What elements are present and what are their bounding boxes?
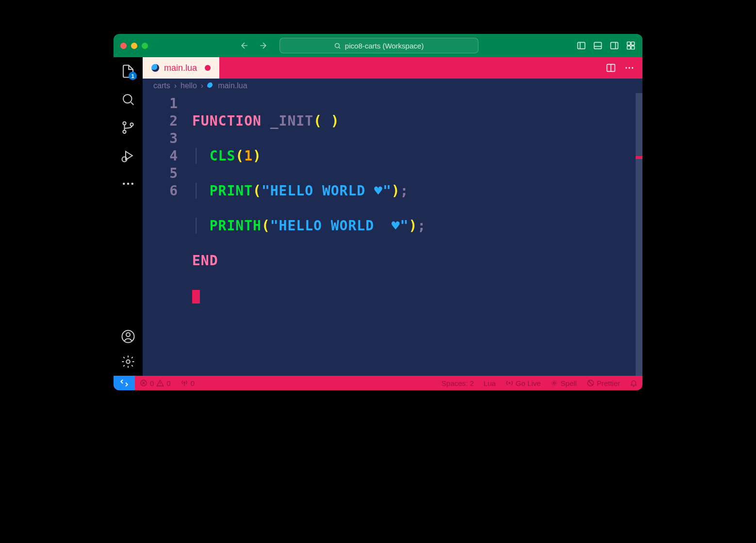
svg-point-17 xyxy=(126,333,130,336)
line-number: 3 xyxy=(143,130,186,147)
problems-status[interactable]: 0 0 xyxy=(135,379,176,387)
token-semicolon: ; xyxy=(417,218,426,234)
minimize-window-button[interactable] xyxy=(131,43,137,49)
token-paren: ) xyxy=(253,148,262,164)
explorer-tab[interactable]: 1 xyxy=(121,64,135,79)
ellipsis-icon xyxy=(121,176,135,191)
settings-tab[interactable] xyxy=(121,354,135,369)
panel-bottom-icon[interactable] xyxy=(593,41,603,50)
status-right: Spaces: 2 Lua Go Live Spell Prettier xyxy=(437,379,642,387)
titlebar: pico8-carts (Workspace) xyxy=(114,34,642,57)
svg-point-13 xyxy=(123,183,125,185)
branch-icon xyxy=(121,120,135,135)
close-window-button[interactable] xyxy=(120,43,127,49)
token-paren: ( xyxy=(262,218,270,234)
svg-point-20 xyxy=(625,67,627,68)
command-center-text: pico8-carts (Workspace) xyxy=(345,42,424,50)
svg-rect-7 xyxy=(631,46,635,49)
broadcast-icon xyxy=(506,379,513,387)
split-editor-icon[interactable] xyxy=(606,63,616,73)
vscode-window: pico8-carts (Workspace) 1 xyxy=(114,34,642,390)
minimap[interactable] xyxy=(636,93,642,376)
token-identifier: _INIT xyxy=(270,113,313,129)
gear-icon xyxy=(121,354,135,369)
dirty-indicator-icon xyxy=(205,65,211,71)
code-editor[interactable]: 1 2 3 4 5 6 FUNCTION _INIT( ) │ CLS(1) │… xyxy=(143,93,642,376)
svg-point-9 xyxy=(123,122,126,125)
svg-rect-1 xyxy=(578,42,585,48)
svg-point-15 xyxy=(131,183,134,185)
explorer-badge: 1 xyxy=(129,72,137,80)
svg-point-22 xyxy=(632,67,633,68)
indent-status[interactable]: Spaces: 2 xyxy=(437,379,479,387)
svg-point-26 xyxy=(553,382,555,384)
svg-rect-5 xyxy=(631,42,635,46)
breadcrumb-part[interactable]: carts xyxy=(153,81,170,90)
panel-right-icon[interactable] xyxy=(609,41,619,50)
search-icon xyxy=(334,42,341,49)
bug-play-icon xyxy=(121,148,135,163)
chevron-right-icon: › xyxy=(201,81,203,90)
command-center[interactable]: pico8-carts (Workspace) xyxy=(279,38,478,53)
radio-tower-icon xyxy=(181,379,188,387)
token-string: "HELLO WORLD ♥" xyxy=(262,183,392,199)
golive-status[interactable]: Go Live xyxy=(501,379,546,387)
notifications-status[interactable] xyxy=(625,379,642,387)
maximize-window-button[interactable] xyxy=(142,43,148,49)
search-tab[interactable] xyxy=(121,92,135,107)
warning-icon xyxy=(156,379,164,387)
prettier-status[interactable]: Prettier xyxy=(582,379,625,387)
tab-actions xyxy=(598,57,642,79)
breadcrumb-part[interactable]: main.lua xyxy=(218,81,247,90)
svg-point-25 xyxy=(509,383,510,384)
token-paren: ( xyxy=(235,148,244,164)
ports-status[interactable]: 0 xyxy=(176,379,199,387)
code-content[interactable]: FUNCTION _INIT( ) │ CLS(1) │ PRINT("HELL… xyxy=(186,93,642,376)
run-debug-tab[interactable] xyxy=(121,148,135,163)
svg-rect-4 xyxy=(627,42,631,46)
token-function: CLS xyxy=(210,148,236,164)
source-control-tab[interactable] xyxy=(121,120,135,135)
svg-point-11 xyxy=(130,123,133,126)
editor-tab-main-lua[interactable]: main.lua xyxy=(143,57,219,79)
token-function: PRINT xyxy=(210,183,253,199)
lua-file-icon xyxy=(151,64,159,72)
forward-arrow-icon[interactable] xyxy=(258,41,268,50)
token-paren: ) xyxy=(331,113,340,129)
status-bar: 0 0 0 Spaces: 2 Lua Go Live Spell Pretti… xyxy=(114,376,642,390)
activity-bottom xyxy=(121,329,135,376)
language-status[interactable]: Lua xyxy=(479,379,501,387)
token-semicolon: ; xyxy=(400,183,409,199)
token-paren: ( xyxy=(253,183,262,199)
customize-layout-icon[interactable] xyxy=(626,41,636,50)
block-icon xyxy=(587,379,594,387)
warning-count: 0 xyxy=(166,379,170,387)
accounts-tab[interactable] xyxy=(121,329,135,344)
svg-point-0 xyxy=(335,43,339,48)
token-function: PRINTH xyxy=(210,218,262,234)
token-paren: ) xyxy=(409,218,417,234)
line-number: 2 xyxy=(143,112,186,130)
text-cursor xyxy=(192,290,200,303)
breadcrumb-part[interactable]: hello xyxy=(181,81,197,90)
tab-bar: main.lua xyxy=(143,57,642,79)
lua-file-icon xyxy=(207,82,214,89)
line-number: 6 xyxy=(143,182,186,200)
layout-controls xyxy=(576,41,636,50)
token-keyword: END xyxy=(192,253,218,269)
spell-status[interactable]: Spell xyxy=(545,379,581,387)
line-number: 5 xyxy=(143,165,186,182)
activity-bar: 1 xyxy=(114,57,143,376)
chevron-right-icon: › xyxy=(174,81,177,90)
panel-left-icon[interactable] xyxy=(576,41,586,50)
token-keyword: FUNCTION xyxy=(192,113,262,129)
svg-point-18 xyxy=(126,360,130,364)
svg-point-8 xyxy=(123,95,132,103)
breadcrumb[interactable]: carts › hello › main.lua xyxy=(143,79,642,93)
more-tab[interactable] xyxy=(121,176,135,191)
svg-point-24 xyxy=(183,382,185,383)
back-arrow-icon[interactable] xyxy=(240,41,249,50)
remote-button[interactable] xyxy=(114,376,135,390)
more-actions-icon[interactable] xyxy=(624,63,635,73)
line-number: 1 xyxy=(143,95,186,112)
